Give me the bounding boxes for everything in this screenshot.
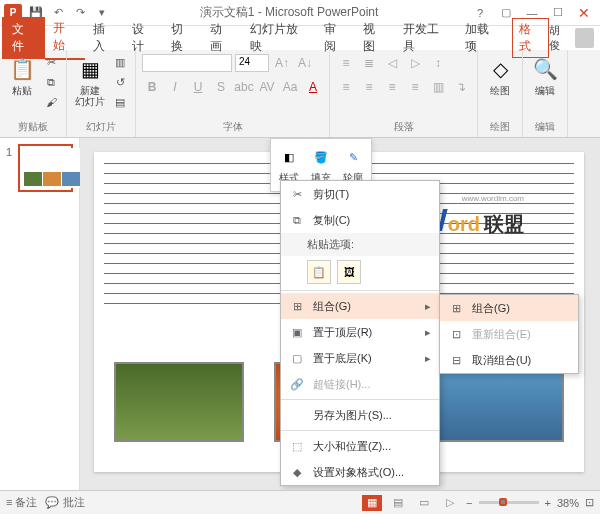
slide-thumbnail[interactable]: 1: [18, 144, 73, 192]
fill-tool[interactable]: 🪣 填充: [309, 145, 333, 185]
menu-group[interactable]: ⊞ 组合(G) ▸: [281, 293, 439, 319]
outline-tool[interactable]: ✎ 轮廓: [341, 145, 365, 185]
layout-icon[interactable]: ▥: [111, 53, 129, 71]
shadow-icon[interactable]: abc: [234, 77, 254, 97]
submenu-arrow-icon: ▸: [425, 352, 431, 365]
fill-icon: 🪣: [309, 145, 333, 169]
copy-icon[interactable]: ⧉: [42, 73, 60, 91]
notes-button[interactable]: ≡ 备注: [6, 495, 37, 510]
menu-send-back[interactable]: ▢ 置于底层(K) ▸: [281, 345, 439, 371]
fit-window-icon[interactable]: ⊡: [585, 496, 594, 509]
line-spacing-icon[interactable]: ↕: [428, 53, 448, 73]
align-right-icon[interactable]: ≡: [382, 77, 402, 97]
mini-img: [43, 172, 61, 186]
new-slide-button[interactable]: ▦ 新建 幻灯片: [73, 53, 107, 109]
group-label-paragraph: 段落: [336, 120, 471, 134]
text-direction-icon[interactable]: ↴: [451, 77, 471, 97]
editing-button[interactable]: 🔍 编辑: [529, 53, 561, 98]
font-color-icon[interactable]: A: [303, 77, 323, 97]
username[interactable]: 胡俊: [549, 23, 570, 53]
strikethrough-icon[interactable]: S: [211, 77, 231, 97]
group-label-clipboard: 剪贴板: [6, 120, 60, 134]
style-tool[interactable]: ◧ 样式: [277, 145, 301, 185]
columns-icon[interactable]: ▥: [428, 77, 448, 97]
indent-right-icon[interactable]: ▷: [405, 53, 425, 73]
font-size-select[interactable]: 24: [235, 54, 269, 72]
normal-view-icon[interactable]: ▦: [362, 495, 382, 511]
align-center-icon[interactable]: ≡: [359, 77, 379, 97]
reading-view-icon[interactable]: ▭: [414, 495, 434, 511]
case-icon[interactable]: Aa: [280, 77, 300, 97]
maximize-icon[interactable]: ☐: [546, 3, 570, 23]
menu-hyperlink: 🔗 超链接(H)...: [281, 371, 439, 397]
comments-button[interactable]: 💬 批注: [45, 495, 84, 510]
close-icon[interactable]: ✕: [572, 3, 596, 23]
send-back-icon: ▢: [289, 350, 305, 366]
align-left-icon[interactable]: ≡: [336, 77, 356, 97]
cut-icon: ✂: [289, 186, 305, 202]
size-icon: ⬚: [289, 438, 305, 454]
section-icon[interactable]: ▤: [111, 93, 129, 111]
menu-copy[interactable]: ⧉ 复制(C): [281, 207, 439, 233]
menu-bring-front[interactable]: ▣ 置于顶层(R) ▸: [281, 319, 439, 345]
submenu-regroup: ⊡ 重新组合(E): [440, 321, 578, 347]
menu-size-position[interactable]: ⬚ 大小和位置(Z)...: [281, 433, 439, 459]
slide-image[interactable]: [434, 362, 564, 442]
outline-icon: ✎: [341, 145, 365, 169]
paste-picture[interactable]: 🖼: [337, 260, 361, 284]
slide-image[interactable]: [114, 362, 244, 442]
bold-icon[interactable]: B: [142, 77, 162, 97]
zoom-in-icon[interactable]: +: [545, 497, 551, 509]
slide-number: 1: [6, 146, 12, 158]
shapes-icon: ◇: [486, 55, 514, 83]
submenu-arrow-icon: ▸: [425, 326, 431, 339]
cut-icon[interactable]: ✂: [42, 53, 60, 71]
ungroup-icon: ⊟: [448, 352, 464, 368]
zoom-out-icon[interactable]: −: [466, 497, 472, 509]
context-menu: ✂ 剪切(T) ⧉ 复制(C) 粘贴选项: 📋 🖼 ⊞ 组合(G) ▸ ▣: [280, 180, 440, 486]
numbering-icon[interactable]: ≣: [359, 53, 379, 73]
copy-icon: ⧉: [289, 212, 305, 228]
group-icon: ⊞: [289, 298, 305, 314]
spacing-icon[interactable]: AV: [257, 77, 277, 97]
menu-format-object[interactable]: ◆ 设置对象格式(O)...: [281, 459, 439, 485]
reset-icon[interactable]: ↺: [111, 73, 129, 91]
format-painter-icon[interactable]: 🖌: [42, 93, 60, 111]
font-family-select[interactable]: [142, 54, 232, 72]
paste-keep-formatting[interactable]: 📋: [307, 260, 331, 284]
slideshow-view-icon[interactable]: ▷: [440, 495, 460, 511]
format-icon: ◆: [289, 464, 305, 480]
underline-icon[interactable]: U: [188, 77, 208, 97]
group-label-editing: 编辑: [529, 120, 561, 134]
zoom-slider[interactable]: [479, 501, 539, 504]
indent-left-icon[interactable]: ◁: [382, 53, 402, 73]
group-submenu: ⊞ 组合(G) ⊡ 重新组合(E) ⊟ 取消组合(U): [439, 294, 579, 374]
submenu-ungroup[interactable]: ⊟ 取消组合(U): [440, 347, 578, 373]
zoom-level[interactable]: 38%: [557, 497, 579, 509]
group-label-drawing: 绘图: [484, 120, 516, 134]
menu-paste-header: 粘贴选项:: [281, 233, 439, 256]
bullets-icon[interactable]: ≡: [336, 53, 356, 73]
sorter-view-icon[interactable]: ▤: [388, 495, 408, 511]
submenu-group[interactable]: ⊞ 组合(G): [440, 295, 578, 321]
avatar[interactable]: [575, 28, 594, 48]
menu-cut[interactable]: ✂ 剪切(T): [281, 181, 439, 207]
regroup-icon: ⊡: [448, 326, 464, 342]
style-icon: ◧: [277, 145, 301, 169]
group-label-slides: 幻灯片: [73, 120, 129, 134]
grow-font-icon[interactable]: A↑: [272, 53, 292, 73]
shrink-font-icon[interactable]: A↓: [295, 53, 315, 73]
find-icon: 🔍: [531, 55, 559, 83]
italic-icon[interactable]: I: [165, 77, 185, 97]
drawing-button[interactable]: ◇ 绘图: [484, 53, 516, 98]
justify-icon[interactable]: ≡: [405, 77, 425, 97]
link-icon: 🔗: [289, 376, 305, 392]
mini-img: [24, 172, 42, 186]
bring-front-icon: ▣: [289, 324, 305, 340]
group-label-font: 字体: [142, 120, 323, 134]
paste-button[interactable]: 📋 粘贴: [6, 53, 38, 98]
group-icon: ⊞: [448, 300, 464, 316]
menu-save-as-pic[interactable]: 另存为图片(S)...: [281, 402, 439, 428]
new-slide-icon: ▦: [76, 55, 104, 83]
submenu-arrow-icon: ▸: [425, 300, 431, 313]
